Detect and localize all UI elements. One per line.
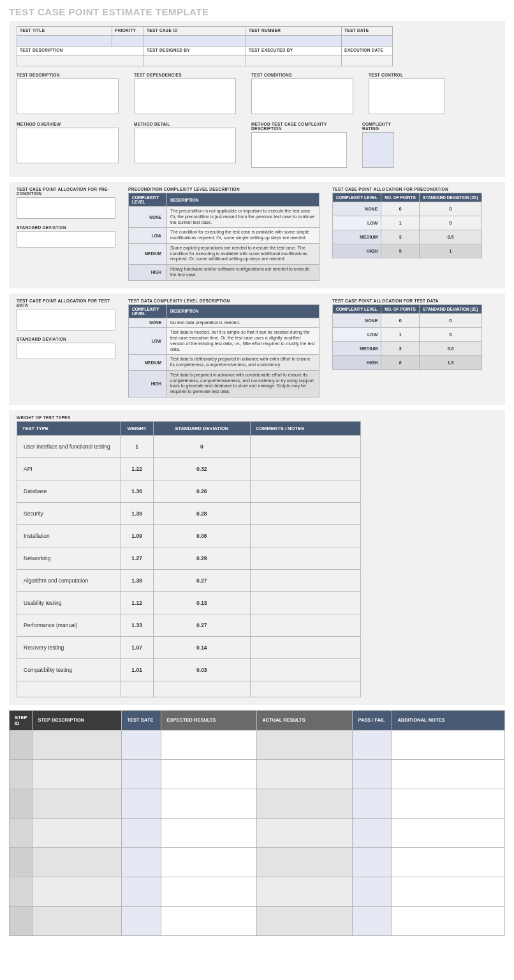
cell-comments[interactable] (251, 524, 361, 547)
cell-weight (121, 681, 153, 697)
area-method-complexity-desc[interactable] (251, 132, 347, 168)
lbl-priority: PRIORITY (115, 28, 141, 33)
area-test-dependencies[interactable] (134, 78, 236, 114)
step-desc[interactable] (33, 847, 122, 877)
cell-comments[interactable] (251, 658, 361, 681)
step-expected[interactable] (161, 730, 257, 759)
step-actual[interactable] (257, 789, 353, 818)
testdata-sd-field[interactable] (17, 343, 115, 359)
step-desc[interactable] (33, 759, 122, 789)
step-expected[interactable] (161, 759, 257, 789)
step-expected[interactable] (161, 906, 257, 935)
step-passfail[interactable] (353, 906, 392, 935)
step-notes[interactable] (392, 730, 505, 759)
field-complexity-rating[interactable] (362, 132, 394, 168)
precondition-desc-title: PRECONDITION COMPLEXITY LEVEL DESCRIPTIO… (128, 187, 319, 191)
area-test-conditions[interactable] (251, 78, 353, 114)
table-row (17, 681, 361, 697)
step-passfail[interactable] (353, 789, 392, 818)
cell-comments[interactable] (251, 636, 361, 658)
cell-comments[interactable] (251, 502, 361, 524)
step-notes[interactable] (392, 789, 505, 818)
step-id[interactable] (10, 759, 33, 789)
step-passfail[interactable] (353, 818, 392, 847)
table-row (10, 789, 505, 818)
step-expected[interactable] (161, 877, 257, 906)
field-execution-date[interactable] (342, 56, 392, 66)
step-passfail[interactable] (353, 877, 392, 906)
cell-comments[interactable] (251, 569, 361, 591)
area-test-control[interactable] (369, 78, 445, 114)
step-passfail[interactable] (353, 730, 392, 759)
step-test-date[interactable] (122, 818, 161, 847)
cell-comments[interactable] (251, 681, 361, 697)
step-expected[interactable] (161, 818, 257, 847)
step-test-date[interactable] (122, 906, 161, 935)
step-id[interactable] (10, 906, 33, 935)
area-method-detail[interactable] (134, 128, 236, 163)
lbl-designed-by: TEST DESIGNED BY (147, 48, 243, 52)
step-id[interactable] (10, 847, 33, 877)
step-id[interactable] (10, 789, 33, 818)
step-test-date[interactable] (122, 789, 161, 818)
cell-comments[interactable] (251, 457, 361, 480)
step-test-date[interactable] (122, 877, 161, 906)
step-actual[interactable] (257, 906, 353, 935)
precondition-sd-field[interactable] (17, 231, 115, 248)
step-test-date[interactable] (122, 847, 161, 877)
step-desc[interactable] (33, 789, 122, 818)
precondition-sd-title: STANDARD DEVIATION (17, 225, 115, 230)
step-expected[interactable] (161, 789, 257, 818)
step-id[interactable] (10, 730, 33, 759)
field-test-title[interactable] (17, 36, 112, 46)
table-row: User interface and functional testing10 (17, 435, 361, 457)
step-desc[interactable] (33, 877, 122, 906)
area-method-overview[interactable] (17, 128, 119, 163)
precondition-alloc-field[interactable] (17, 197, 115, 219)
step-test-date[interactable] (122, 730, 161, 759)
field-designed-by[interactable] (144, 56, 246, 66)
cell-weight: 1.09 (121, 524, 153, 547)
lbl-desc2: TEST DESCRIPTION (17, 73, 119, 77)
field-test-date[interactable] (342, 36, 392, 46)
field-executed-by[interactable] (246, 56, 341, 66)
field-priority[interactable] (112, 36, 143, 46)
step-actual[interactable] (257, 877, 353, 906)
lbl-execution-date: EXECUTION DATE (344, 48, 390, 52)
field-test-case-id[interactable] (144, 36, 246, 46)
step-desc[interactable] (33, 818, 122, 847)
field-test-number[interactable] (246, 36, 341, 46)
step-notes[interactable] (392, 818, 505, 847)
cell-comments[interactable] (251, 591, 361, 614)
cell-comments[interactable] (251, 614, 361, 636)
field-test-description[interactable] (17, 56, 143, 66)
table-row: Algorithm and computation1.380.27 (17, 569, 361, 591)
cell-comments[interactable] (251, 435, 361, 457)
step-test-date[interactable] (122, 759, 161, 789)
testdata-alloc-field[interactable] (17, 309, 115, 330)
step-expected[interactable] (161, 847, 257, 877)
step-notes[interactable] (392, 906, 505, 935)
step-passfail[interactable] (353, 847, 392, 877)
cell-comments[interactable] (251, 547, 361, 569)
step-actual[interactable] (257, 847, 353, 877)
step-id[interactable] (10, 877, 33, 906)
step-desc[interactable] (33, 906, 122, 935)
cell-weight: 1.39 (121, 502, 153, 524)
cell-comments[interactable] (251, 480, 361, 502)
header-row-2: TEST DESCRIPTION TEST DESIGNED BY TEST E… (17, 47, 393, 66)
table-row (10, 847, 505, 877)
step-notes[interactable] (392, 759, 505, 789)
step-notes[interactable] (392, 877, 505, 906)
testdata-alloc-table-title: TEST CASE POINT ALLOCATION FOR TEST DATA (332, 299, 482, 303)
step-passfail[interactable] (353, 759, 392, 789)
step-actual[interactable] (257, 818, 353, 847)
area-test-description[interactable] (17, 78, 119, 114)
step-actual[interactable] (257, 730, 353, 759)
testdata-sd-title: STANDARD DEVIATION (17, 337, 115, 341)
step-notes[interactable] (392, 847, 505, 877)
step-id[interactable] (10, 818, 33, 847)
step-desc[interactable] (33, 730, 122, 759)
precondition-alloc-title: TEST CASE POINT ALLOCATION FOR PRE-CONDI… (17, 187, 115, 196)
step-actual[interactable] (257, 759, 353, 789)
